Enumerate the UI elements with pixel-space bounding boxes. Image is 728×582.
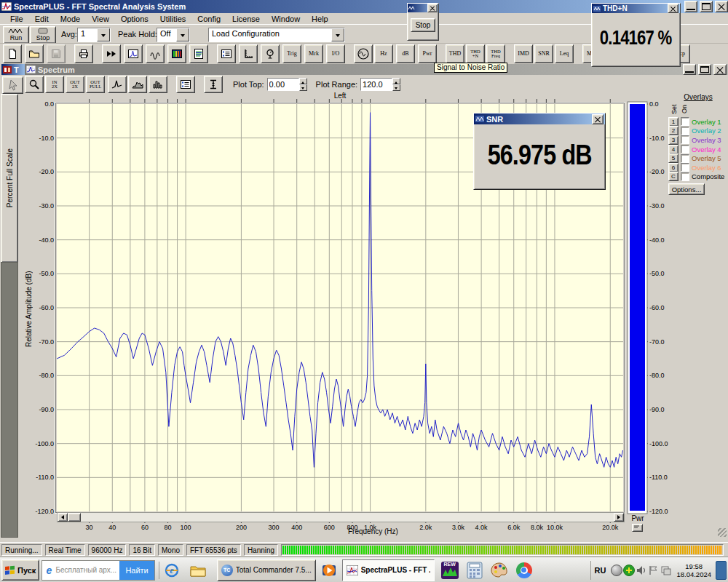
plot-top-input[interactable] bbox=[267, 78, 299, 91]
start-button[interactable]: Пуск bbox=[1, 559, 39, 581]
spectrum-minimize-button[interactable] bbox=[683, 64, 696, 75]
generator-button[interactable] bbox=[354, 44, 373, 63]
spectraplus-taskbar-button[interactable]: SpectraPLUS - FFT ... bbox=[342, 559, 435, 581]
maximize-button[interactable] bbox=[700, 1, 713, 12]
stop-capture-button[interactable]: Stop bbox=[411, 18, 436, 32]
db-units-button[interactable]: dB bbox=[396, 44, 415, 63]
menu-item[interactable]: Config bbox=[191, 15, 226, 23]
pointer-tool-button[interactable] bbox=[2, 76, 23, 94]
show-desktop-button[interactable] bbox=[716, 561, 727, 580]
spectrum-maximize-button[interactable] bbox=[698, 64, 711, 75]
io-button[interactable]: I/O bbox=[326, 44, 345, 63]
ie-quicklaunch-icon[interactable]: e bbox=[163, 562, 181, 579]
thd-freq-button[interactable]: THD Freq bbox=[486, 44, 505, 63]
new-document-button[interactable] bbox=[3, 44, 22, 63]
search-go-button[interactable]: Найти bbox=[119, 561, 154, 580]
overlay-on-checkbox[interactable] bbox=[681, 145, 689, 154]
save-button[interactable] bbox=[47, 44, 66, 63]
spectrogram-view-button[interactable] bbox=[167, 44, 186, 63]
time-series-titlebar-fragment[interactable]: T bbox=[1, 64, 27, 75]
thd-button[interactable]: THD bbox=[446, 44, 464, 63]
overlay-on-checkbox[interactable] bbox=[681, 154, 689, 163]
overlay-set-button[interactable]: C bbox=[668, 172, 678, 181]
overlay-set-button[interactable]: 2 bbox=[668, 126, 678, 135]
menu-item[interactable]: File bbox=[4, 15, 29, 23]
filled-plot-button[interactable] bbox=[128, 76, 147, 93]
overlay-on-checkbox[interactable] bbox=[681, 172, 689, 181]
overlays-options-button[interactable]: Options... bbox=[668, 183, 705, 195]
snr-titlebar[interactable]: SNR bbox=[474, 113, 605, 124]
overlay-on-checkbox[interactable] bbox=[681, 163, 689, 172]
tray-disk-icon[interactable] bbox=[610, 564, 622, 576]
thd-n-button[interactable]: THD +N bbox=[466, 44, 485, 63]
rew-icon[interactable]: REW bbox=[440, 561, 459, 580]
overlay-set-button[interactable]: 4 bbox=[668, 145, 678, 154]
thdn-close-button[interactable] bbox=[668, 4, 678, 13]
calibration-button[interactable] bbox=[261, 44, 280, 63]
overlay-set-button[interactable]: 1 bbox=[668, 117, 678, 127]
scroll-left-arrow[interactable] bbox=[58, 513, 68, 522]
search-deskband[interactable]: e Бесплатный арх... Найти bbox=[41, 560, 154, 581]
tray-volume-icon[interactable] bbox=[635, 564, 647, 576]
zoom-out-2x-button[interactable]: OUT 2X bbox=[66, 76, 84, 93]
scrollbar-thumb[interactable] bbox=[68, 513, 81, 522]
percent-full-scale-tab[interactable]: Percent Full Scale bbox=[1, 94, 18, 263]
tray-flag-icon[interactable] bbox=[647, 564, 660, 576]
run-button[interactable]: Run bbox=[3, 26, 29, 44]
stop-window-titlebar[interactable] bbox=[408, 4, 438, 12]
menu-item[interactable]: View bbox=[86, 15, 115, 23]
print-button[interactable] bbox=[74, 44, 93, 63]
menu-item[interactable]: Options bbox=[115, 15, 154, 23]
explorer-folder-icon[interactable] bbox=[189, 562, 207, 579]
utility-view-button[interactable] bbox=[189, 44, 208, 63]
zoom-tool-button[interactable] bbox=[25, 76, 44, 93]
tray-antivirus-icon[interactable] bbox=[622, 564, 635, 576]
total-commander-taskbar-button[interactable]: TC Total Commander 7.5... bbox=[217, 559, 316, 581]
menu-item[interactable]: Mode bbox=[55, 15, 87, 23]
scroll-right-arrow[interactable] bbox=[614, 513, 624, 522]
avg-combo[interactable]: 1 bbox=[77, 28, 111, 42]
plot-top-spinner[interactable] bbox=[299, 78, 307, 91]
stop-window-close-button[interactable] bbox=[427, 4, 438, 12]
menu-item[interactable]: Edit bbox=[29, 15, 55, 23]
resize-grip[interactable] bbox=[718, 528, 727, 537]
overlay-set-button[interactable]: 6 bbox=[668, 163, 678, 172]
paint-palette-icon[interactable] bbox=[490, 561, 509, 580]
open-button[interactable] bbox=[25, 44, 44, 63]
pwr-units-button[interactable]: Pwr bbox=[418, 44, 437, 63]
line-plot-button[interactable] bbox=[108, 76, 127, 93]
menu-item[interactable]: License bbox=[226, 15, 266, 23]
stop-button[interactable]: Stop bbox=[30, 26, 56, 44]
marker-button[interactable]: Mrk bbox=[304, 44, 323, 63]
plot-scrollbar[interactable] bbox=[57, 512, 625, 522]
search-input[interactable]: Бесплатный арх... bbox=[55, 566, 119, 574]
spectrum-close-button[interactable] bbox=[713, 64, 727, 75]
meter-spinner[interactable] bbox=[632, 524, 643, 532]
trigger-button[interactable]: Trig bbox=[282, 44, 301, 63]
spectrum-view-button[interactable] bbox=[124, 44, 143, 63]
options-list-button[interactable] bbox=[217, 44, 236, 63]
load-configuration-combo[interactable]: Load Configuration bbox=[208, 28, 345, 42]
close-button[interactable] bbox=[715, 1, 728, 12]
overlay-on-checkbox[interactable] bbox=[681, 117, 689, 126]
plot-options-button[interactable] bbox=[176, 76, 195, 93]
thdn-titlebar[interactable]: THD+N bbox=[592, 4, 680, 13]
zoom-in-2x-button[interactable]: IN 2X bbox=[45, 76, 64, 93]
scaling-button[interactable] bbox=[239, 44, 258, 63]
calculator-icon[interactable] bbox=[465, 561, 484, 580]
fast-forward-button[interactable] bbox=[102, 44, 121, 63]
snr-close-button[interactable] bbox=[592, 114, 604, 124]
language-indicator[interactable]: RU bbox=[595, 566, 606, 575]
plot-range-spinner[interactable] bbox=[392, 78, 400, 91]
overlay-on-checkbox[interactable] bbox=[681, 135, 689, 144]
autoscale-button[interactable] bbox=[204, 76, 223, 93]
dropdown-arrow-icon[interactable] bbox=[176, 28, 189, 41]
hz-units-button[interactable]: Hz bbox=[374, 44, 393, 63]
zoom-out-full-button[interactable]: OUT FULL bbox=[86, 76, 105, 93]
bar-plot-button[interactable] bbox=[149, 76, 167, 93]
dropdown-arrow-icon[interactable] bbox=[97, 28, 110, 41]
menu-item[interactable]: Utilities bbox=[154, 15, 191, 23]
overlay-set-button[interactable]: 5 bbox=[668, 154, 678, 163]
peak-hold-combo[interactable]: Off bbox=[157, 28, 190, 42]
snr-button[interactable]: SNR bbox=[534, 44, 553, 63]
